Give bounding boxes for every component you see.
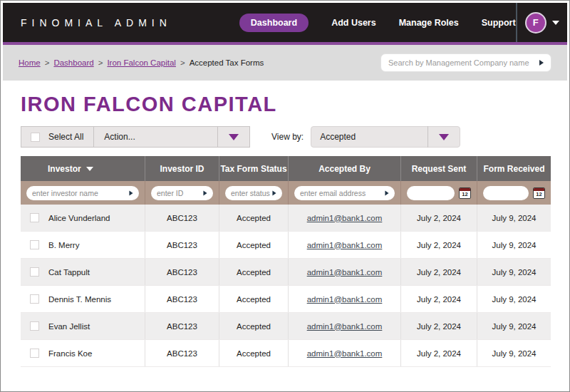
- investor-cell: Evan Jellist: [21, 313, 145, 339]
- investor-name: Alice Vunderland: [48, 214, 110, 222]
- filter-cell-request-sent: 12: [401, 181, 477, 205]
- filter-status-input[interactable]: [231, 189, 272, 197]
- column-header-request-sent: Request Sent: [401, 156, 477, 181]
- accepted-by-email-link[interactable]: admin1@bank1.com: [307, 268, 383, 277]
- app-logo: FINOMIAL ADMIN: [21, 17, 172, 29]
- column-header-tax-form-status: Tax Form Status: [219, 156, 289, 181]
- filter-cell-investor: [21, 181, 145, 205]
- accepted-by-email-link[interactable]: admin1@bank1.com: [307, 295, 383, 304]
- calendar-icon[interactable]: 12: [533, 187, 545, 199]
- table-row: Dennis T. Mennis ABC123 Accepted admin1@…: [21, 286, 551, 313]
- filter-investor-input[interactable]: [32, 189, 129, 197]
- tax-form-status-value: Accepted: [219, 205, 289, 231]
- row-checkbox[interactable]: [30, 267, 39, 277]
- row-checkbox[interactable]: [30, 213, 39, 222]
- request-sent-value: July 2, 2024: [401, 205, 477, 231]
- form-received-value: July 9, 2024: [477, 232, 551, 258]
- row-checkbox[interactable]: [30, 321, 39, 331]
- investor-id-value: ABC123: [145, 205, 219, 231]
- tax-form-status-value: Accepted: [219, 286, 289, 312]
- accepted-by-email-link[interactable]: admin1@bank1.com: [307, 349, 383, 358]
- investor-name: Cat Tappult: [48, 268, 90, 277]
- select-all-checkbox[interactable]: [31, 133, 40, 142]
- table-row: Alice Vunderland ABC123 Accepted admin1@…: [21, 205, 551, 232]
- filter-cell-email: [289, 181, 401, 205]
- form-received-value: July 9, 2024: [477, 340, 551, 366]
- user-menu[interactable]: F: [517, 12, 567, 33]
- view-by-dropdown[interactable]: Accepted: [311, 126, 460, 148]
- breadcrumb-separator: >: [98, 58, 103, 67]
- request-sent-value: July 2, 2024: [401, 232, 477, 258]
- form-received-value: July 9, 2024: [477, 286, 551, 312]
- column-header-investor[interactable]: Investor: [21, 156, 145, 181]
- action-dropdown-toggle[interactable]: [217, 127, 249, 147]
- investor-name: Evan Jellist: [48, 322, 90, 331]
- nav-tab-dashboard[interactable]: Dashboard: [239, 14, 309, 32]
- row-checkbox[interactable]: [30, 349, 39, 358]
- investor-cell: Francis Koe: [21, 340, 145, 366]
- view-by-control: View by: Accepted: [271, 126, 460, 148]
- company-search: [380, 53, 551, 72]
- accepted-by-cell: admin1@bank1.com: [289, 205, 401, 231]
- table-row: Francis Koe ABC123 Accepted admin1@bank1…: [21, 340, 551, 367]
- view-by-value: Accepted: [320, 132, 356, 142]
- accepted-by-email-link[interactable]: admin1@bank1.com: [307, 214, 383, 222]
- filter-form-received-date-input[interactable]: [489, 189, 523, 197]
- filter-id-input[interactable]: [157, 189, 203, 197]
- row-checkbox[interactable]: [30, 294, 39, 304]
- investor-cell: Dennis T. Mennis: [21, 286, 145, 312]
- divider: [93, 126, 94, 148]
- main-nav: Dashboard Add Users Manage Roles Support: [239, 14, 516, 32]
- filter-email-input[interactable]: [300, 189, 385, 197]
- nav-tab-support[interactable]: Support: [482, 18, 516, 28]
- accepted-by-email-link[interactable]: admin1@bank1.com: [307, 241, 383, 249]
- filter-cell-id: [145, 181, 219, 205]
- table-row: Evan Jellist ABC123 Accepted admin1@bank…: [21, 313, 551, 340]
- sort-descending-icon: [86, 167, 93, 171]
- table-filter-row: 12 12: [21, 181, 551, 205]
- top-nav-bar: FINOMIAL ADMIN Dashboard Add Users Manag…: [3, 3, 567, 42]
- nav-tab-add-users[interactable]: Add Users: [331, 18, 376, 28]
- table-row: B. Merry ABC123 Accepted admin1@bank1.co…: [21, 232, 551, 259]
- filter-cell-form-received: 12: [477, 181, 551, 205]
- table-row: Cat Tappult ABC123 Accepted admin1@bank1…: [21, 259, 551, 286]
- company-search-input[interactable]: [388, 58, 539, 67]
- breadcrumb-bar: Home > Dashboard > Iron Falcon Capital >…: [3, 45, 567, 81]
- form-received-value: July 9, 2024: [477, 205, 551, 231]
- table-header-row: Investor Investor ID Tax Form Status Acc…: [21, 156, 551, 181]
- view-by-dropdown-toggle[interactable]: [428, 127, 460, 147]
- filter-submit-icon[interactable]: [385, 190, 388, 195]
- breadcrumb-link-dashboard[interactable]: Dashboard: [53, 58, 93, 67]
- table-body: Alice Vunderland ABC123 Accepted admin1@…: [21, 205, 551, 367]
- app-window: FINOMIAL ADMIN Dashboard Add Users Manag…: [0, 0, 570, 392]
- accepted-by-email-link[interactable]: admin1@bank1.com: [307, 322, 383, 331]
- breadcrumb-current: Accepted Tax Forms: [190, 58, 264, 67]
- form-received-value: July 9, 2024: [477, 313, 551, 339]
- accepted-by-cell: admin1@bank1.com: [289, 232, 401, 258]
- request-sent-value: July 2, 2024: [401, 259, 477, 285]
- investor-id-value: ABC123: [145, 340, 219, 366]
- filter-submit-icon[interactable]: [272, 190, 276, 195]
- accepted-by-cell: admin1@bank1.com: [289, 313, 401, 339]
- filter-submit-icon[interactable]: [203, 190, 207, 195]
- filter-cell-status: [219, 181, 289, 205]
- search-submit-icon[interactable]: [539, 60, 544, 66]
- avatar[interactable]: F: [525, 12, 546, 33]
- filter-request-sent-date-input[interactable]: [413, 189, 449, 197]
- tax-form-status-value: Accepted: [219, 313, 289, 339]
- breadcrumb-link-home[interactable]: Home: [19, 58, 41, 67]
- breadcrumb-separator: >: [180, 58, 185, 67]
- action-dropdown-value[interactable]: Action...: [104, 132, 135, 142]
- calendar-icon[interactable]: 12: [459, 187, 471, 199]
- investor-cell: Alice Vunderland: [21, 205, 145, 231]
- row-checkbox[interactable]: [30, 240, 39, 249]
- filter-submit-icon[interactable]: [129, 190, 133, 195]
- select-all-label: Select All: [48, 132, 83, 142]
- nav-tab-manage-roles[interactable]: Manage Roles: [399, 18, 459, 28]
- accepted-by-cell: admin1@bank1.com: [289, 259, 401, 285]
- breadcrumb-link-company[interactable]: Iron Falcon Capital: [107, 58, 176, 67]
- tax-form-status-value: Accepted: [219, 259, 289, 285]
- investor-id-value: ABC123: [145, 232, 219, 258]
- investor-id-value: ABC123: [145, 286, 219, 312]
- column-header-accepted-by: Accepted By: [289, 156, 401, 181]
